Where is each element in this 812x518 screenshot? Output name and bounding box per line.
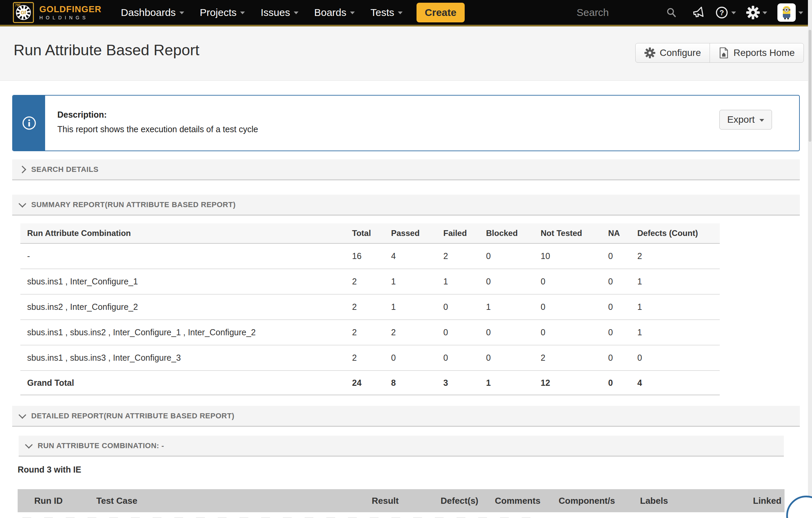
section-run-attribute-combination[interactable]: RUN ATTRIBUTE COMBINATION: -: [19, 436, 784, 457]
col-blocked: Blocked: [483, 223, 537, 243]
cycle-name: Round 3 with IE: [18, 465, 800, 475]
help-menu[interactable]: ?: [715, 6, 736, 19]
nav-menu-dashboards[interactable]: Dashboards: [113, 7, 192, 18]
description-text: This report shows the execution details …: [57, 124, 258, 134]
report-home-icon: [719, 47, 729, 59]
main-content: Description: This report shows the execu…: [0, 95, 812, 518]
col-na: NA: [605, 223, 634, 243]
top-nav: 79F Gf GOLDFINGER HOLDINGS Dashboards Pr…: [0, 0, 812, 26]
reports-home-button[interactable]: Reports Home: [710, 43, 804, 62]
col-run-attribute-combination: Run Attribute Combination: [20, 223, 349, 243]
chevron-down-icon: [398, 12, 403, 14]
cell-passed: 8: [388, 371, 440, 395]
col-not-tested: Not Tested: [537, 223, 605, 243]
description-body: Description: This report shows the execu…: [45, 96, 272, 151]
chevron-down-icon: [294, 12, 298, 14]
gear-icon: [746, 6, 760, 19]
chevron-down-icon: [731, 12, 736, 14]
nav-menu-label: Tests: [370, 7, 394, 18]
header-button-group: Configure Reports Home: [635, 43, 804, 63]
cell-na: 0: [605, 294, 634, 320]
chevron-down-icon: [19, 200, 26, 207]
search-input[interactable]: [576, 6, 665, 19]
summary-header-row: Run Attribute Combination Total Passed F…: [20, 223, 720, 243]
megaphone-icon: [691, 6, 705, 19]
info-strip: [13, 96, 45, 151]
create-button[interactable]: Create: [417, 3, 464, 22]
table-row: sbus.ins1 , Inter_Configure_1 2 1 1 0 0 …: [20, 269, 720, 294]
col-total: Total: [349, 223, 388, 243]
cell-passed: 1: [388, 294, 440, 320]
nav-right-cluster: ?: [576, 3, 803, 22]
cell-na: 0: [605, 320, 634, 345]
defects-link[interactable]: 1: [634, 294, 720, 320]
search-box[interactable]: [576, 6, 681, 19]
nav-menu-issues[interactable]: Issues: [253, 7, 306, 18]
summary-table: Run Attribute Combination Total Passed F…: [20, 223, 720, 395]
cell-blocked: 0: [483, 345, 537, 371]
nav-menu-label: Dashboards: [121, 7, 176, 18]
user-menu[interactable]: [777, 3, 803, 22]
col-result: Result: [372, 489, 399, 512]
info-icon: [22, 116, 37, 131]
chevron-down-icon: [798, 12, 803, 14]
cell-failed: 0: [440, 345, 483, 371]
cell-failed: 2: [440, 243, 483, 269]
table-row: - 16 4 2 0 10 0 2: [20, 243, 720, 269]
section-search-details[interactable]: SEARCH DETAILS: [12, 159, 800, 180]
export-button[interactable]: Export: [719, 110, 772, 130]
col-failed: Failed: [440, 223, 483, 243]
cell-combination: sbus.ins2 , Inter_Configure_2: [20, 294, 349, 320]
cell-failed: 3: [440, 371, 483, 395]
page-title: Run Attribute Based Report: [14, 41, 199, 59]
nav-menu-boards[interactable]: Boards: [306, 7, 363, 18]
cell-na: 0: [605, 269, 634, 294]
configure-button[interactable]: Configure: [636, 43, 710, 62]
export-label: Export: [727, 114, 755, 125]
section-summary-report[interactable]: SUMMARY REPORT(RUN ATTRIBUTE BASED REPOR…: [12, 195, 800, 216]
brand-text: GOLDFINGER HOLDINGS: [39, 4, 101, 20]
cell-total: 24: [349, 371, 388, 395]
section-detailed-report[interactable]: DETAILED REPORT(RUN ATTRIBUTE BASED REPO…: [12, 406, 800, 427]
col-defects: Defect(s): [441, 489, 478, 512]
cell-combination: sbus.ins1 , sbus.ins3 , Inter_Configure_…: [20, 345, 349, 371]
cell-not-tested: 0: [537, 269, 605, 294]
cell-combination: -: [20, 243, 349, 269]
scrollbar-track[interactable]: [808, 0, 812, 518]
cell-not-tested: 2: [537, 345, 605, 371]
gear-icon: [644, 47, 655, 58]
cell-total: 2: [349, 294, 388, 320]
minion-avatar-icon: [778, 4, 795, 21]
nav-menu-projects[interactable]: Projects: [192, 7, 253, 18]
nav-menu-tests[interactable]: Tests: [363, 7, 410, 18]
cell-combination: sbus.ins1 , sbus.ins2 , Inter_Configure_…: [20, 320, 349, 345]
chevron-down-icon: [179, 12, 184, 14]
defects-link[interactable]: 1: [634, 320, 720, 345]
chevron-right-icon: [19, 165, 26, 173]
cell-total: 16: [349, 243, 388, 269]
logo-emblem: 79F Gf: [13, 2, 34, 23]
grand-total-label: Grand Total: [20, 371, 349, 395]
defects-link[interactable]: 1: [634, 269, 720, 294]
col-passed: Passed: [388, 223, 440, 243]
cell-total: 2: [349, 345, 388, 371]
settings-menu[interactable]: [746, 6, 767, 19]
section-label: SUMMARY REPORT(RUN ATTRIBUTE BASED REPOR…: [31, 200, 236, 209]
brand-logo[interactable]: 79F Gf GOLDFINGER HOLDINGS: [13, 2, 101, 23]
section-label: RUN ATTRIBUTE COMBINATION: -: [38, 441, 164, 450]
description-panel: Description: This report shows the execu…: [12, 95, 800, 151]
cell-not-tested: 12: [537, 371, 605, 395]
cell-failed: 1: [440, 269, 483, 294]
announcements-button[interactable]: [691, 6, 705, 19]
logo-badge: 79F: [15, 3, 21, 7]
scrollbar-thumb[interactable]: [809, 30, 811, 142]
chevron-down-icon: [759, 119, 764, 122]
col-test-case: Test Case: [96, 489, 137, 512]
page-header: Run Attribute Based Report: [0, 26, 812, 81]
detail-table-header: Run ID Test Case Result Defect(s) Commen…: [18, 489, 785, 512]
grand-total-row: Grand Total 24 8 3 1 12 0 4: [20, 371, 720, 395]
search-icon[interactable]: [665, 7, 677, 18]
defects-link[interactable]: 2: [634, 243, 720, 269]
cell-defects: 4: [634, 371, 720, 395]
cell-passed: 4: [388, 243, 440, 269]
